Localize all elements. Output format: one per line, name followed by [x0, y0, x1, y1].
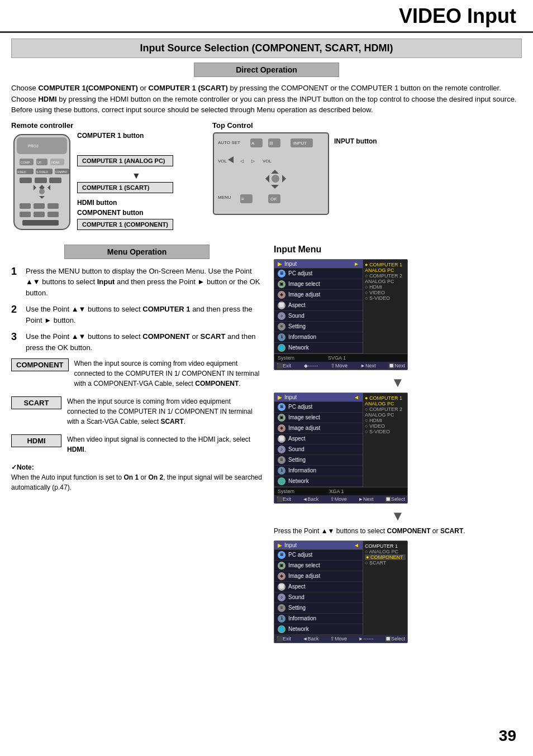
step-2-num: 2 — [11, 304, 21, 315]
svg-text:S-VIDEO: S-VIDEO — [36, 170, 48, 174]
svg-text:VOL: VOL — [218, 159, 227, 164]
top-control-label: Top Control — [212, 121, 253, 130]
left-col: Menu Operation 1 Press the MENU button t… — [11, 245, 263, 648]
right-col: Input Menu ▶ Input ► 🖥 PC adjust — [274, 245, 522, 648]
panel1-row-imageadj: ◈ Image adjust — [274, 290, 363, 300]
panel2-footer: ⬛Exit ◄Back ⇧Move ►Next 🔲Select — [274, 495, 407, 503]
panel1-row-sound: ♪ Sound — [274, 311, 363, 322]
panel3-footer: ⬛Exit ◄Back ⇧Move ►------ 🔲Select — [274, 635, 407, 643]
panel3-row-pcadjust: 🖥 PC adjust — [274, 550, 363, 561]
panel2-row-imagesel: ▣ Image select — [274, 413, 363, 423]
panel3-row-imagesel: ▣ Image select — [274, 561, 363, 571]
panel3-row-input: ▶ Input ◄ — [274, 541, 363, 550]
callout-component-btn: COMPONENT button — [77, 209, 173, 217]
note-title: ✓Note: — [11, 462, 263, 472]
panel2-row-imageadj: ◈ Image adjust — [274, 423, 363, 434]
step-3-text: Use the Point ▲▼ buttons to select COMPO… — [26, 331, 263, 353]
mode-component-label: COMPONENT — [11, 358, 69, 371]
svg-text:A: A — [251, 141, 255, 146]
panel1-row-info: ℹ Information — [274, 332, 363, 343]
svg-rect-29 — [22, 220, 59, 226]
svg-point-22 — [39, 189, 45, 194]
page-title: VIDEO Input — [0, 4, 516, 28]
section-header: Input Source Selection (COMPONENT, SCART… — [11, 39, 522, 58]
two-col-section: Menu Operation 1 Press the MENU button t… — [11, 245, 522, 648]
svg-rect-17 — [49, 178, 61, 183]
svg-rect-16 — [35, 178, 47, 183]
arrow-down-2: ▼ — [274, 508, 522, 524]
step-3: 3 Use the Point ▲▼ buttons to select COM… — [11, 331, 263, 353]
panel2-row-sound: ♪ Sound — [274, 444, 363, 455]
svg-text:COMPNT: COMPNT — [55, 170, 68, 174]
svg-text:≡: ≡ — [241, 197, 244, 202]
panel2-row-pcadjust: 🖥 PC adjust — [274, 402, 363, 413]
note-section: ✓Note: When the Auto input function is s… — [11, 462, 263, 492]
direct-operation-header: Direct Operation — [194, 63, 339, 77]
panel1-footer: ⬛Exit ◆------ ⇧Move ►Next 🔲Next — [274, 362, 407, 370]
svg-rect-25 — [47, 203, 59, 209]
diagram-area: Remote controller PROJ COMP LR HDMI — [11, 121, 522, 233]
callout-labels: COMPUTER 1 button COMPUTER 1 (ANALOG PC)… — [77, 132, 173, 233]
svg-rect-23 — [20, 203, 31, 209]
panel3-row-info: ℹ Information — [274, 614, 363, 624]
step-2-text: Use the Point ▲▼ buttons to select COMPU… — [26, 304, 263, 326]
svg-text:MENU: MENU — [218, 195, 231, 200]
svg-text:⊟: ⊟ — [269, 141, 273, 146]
step-3-num: 3 — [11, 331, 21, 343]
panel1-row-aspect: ⬜ Aspect — [274, 300, 363, 311]
mode-component: COMPONENT When the input source is comin… — [11, 358, 263, 389]
note-text: When the Auto input function is set to O… — [11, 472, 263, 492]
svg-text:COMP: COMP — [21, 161, 30, 164]
input-button-label: INPUT button — [334, 137, 377, 145]
svg-rect-1 — [17, 137, 67, 154]
input-menu-panel-2: ▶ Input ◄ 🖥 PC adjust ▣ Image select — [274, 393, 408, 504]
svg-text:HDMI: HDMI — [51, 161, 60, 164]
panel2-row-info: ℹ Information — [274, 466, 363, 476]
svg-text:OK: OK — [270, 197, 277, 202]
svg-rect-15 — [20, 178, 32, 183]
panel3-row-imageadj: ◈ Image adjust — [274, 571, 363, 582]
svg-text:LR: LR — [37, 161, 41, 164]
panel1-right: ● COMPUTER 1 ANALOG PC ○ COMPUTER 2 ANAL… — [363, 260, 407, 353]
panel1-row-setting: ≡ Setting — [274, 322, 363, 332]
svg-text:▷: ▷ — [251, 159, 255, 164]
panel3-row-network: 🌐 Network — [274, 624, 363, 635]
mode-hdmi-label: HDMI — [11, 434, 61, 447]
svg-rect-24 — [34, 203, 45, 209]
svg-text:PROJ: PROJ — [28, 144, 39, 148]
input-menu-panel-1: ▶ Input ► 🖥 PC adjust ▣ Image select — [274, 259, 408, 370]
scart-box: COMPUTER 1 (SCART) — [77, 182, 173, 193]
panel2-row-aspect: ⬜ Aspect — [274, 434, 363, 444]
step-1-num: 1 — [11, 266, 21, 277]
svg-text:◁: ◁ — [240, 159, 244, 164]
step-2: 2 Use the Point ▲▼ buttons to select COM… — [11, 304, 263, 326]
svg-rect-27 — [34, 212, 45, 217]
svg-text:AUTO SET: AUTO SET — [218, 140, 240, 145]
menu-operation-header: Menu Operation — [64, 245, 210, 259]
panel3-right: COMPUTER 1 ○ ANALOG PC ● COMPONENT ○ SCA… — [363, 541, 407, 635]
mode-scart-label: SCART — [11, 396, 61, 409]
arrow-down-1: ▼ — [274, 375, 522, 390]
component-box: COMPUTER 1 (COMPONENT) — [77, 219, 173, 230]
direct-operation-description: Choose COMPUTER 1(COMPONENT) or COMPUTER… — [11, 83, 522, 116]
panel2-right: ● COMPUTER 1 ANALOG PC ○ COMPUTER 2 ANAL… — [363, 393, 407, 487]
mode-hdmi-desc: When video input signal is connected to … — [67, 434, 263, 454]
panel1-row-imagesel: ▣ Image select — [274, 279, 363, 290]
input-menu-panel-3: ▶ Input ◄ 🖥 PC adjust ▣ Image select — [274, 540, 408, 643]
panel2-row-setting: ≡ Setting — [274, 455, 363, 466]
svg-text:INPUT: INPUT — [293, 141, 307, 146]
top-control-section: Top Control AUTO SET A ⊟ INPUT VOL ◁ — [212, 121, 377, 216]
top-control-svg: AUTO SET A ⊟ INPUT VOL ◁ ▷ VOL — [212, 132, 330, 216]
press-note: Press the Point ▲▼ buttons to select COM… — [274, 526, 522, 536]
svg-text:VOL: VOL — [263, 159, 272, 164]
panel3-row-setting: ≡ Setting — [274, 603, 363, 614]
svg-rect-26 — [20, 212, 31, 217]
remote-section: Remote controller PROJ COMP LR HDMI — [11, 121, 201, 233]
panel3-row-aspect: ⬜ Aspect — [274, 582, 363, 592]
mode-hdmi: HDMI When video input signal is connecte… — [11, 434, 263, 454]
remote-controller-svg: PROJ COMP LR HDMI VIDEO S-VIDEO COMPNT — [11, 132, 73, 232]
svg-point-47 — [272, 175, 279, 183]
callout-boxes: COMPUTER 1 (ANALOG PC) ▼ COMPUTER 1 (SCA… — [77, 155, 173, 197]
panel1-row-network: 🌐 Network — [274, 343, 363, 353]
panel3-row-sound: ♪ Sound — [274, 592, 363, 603]
